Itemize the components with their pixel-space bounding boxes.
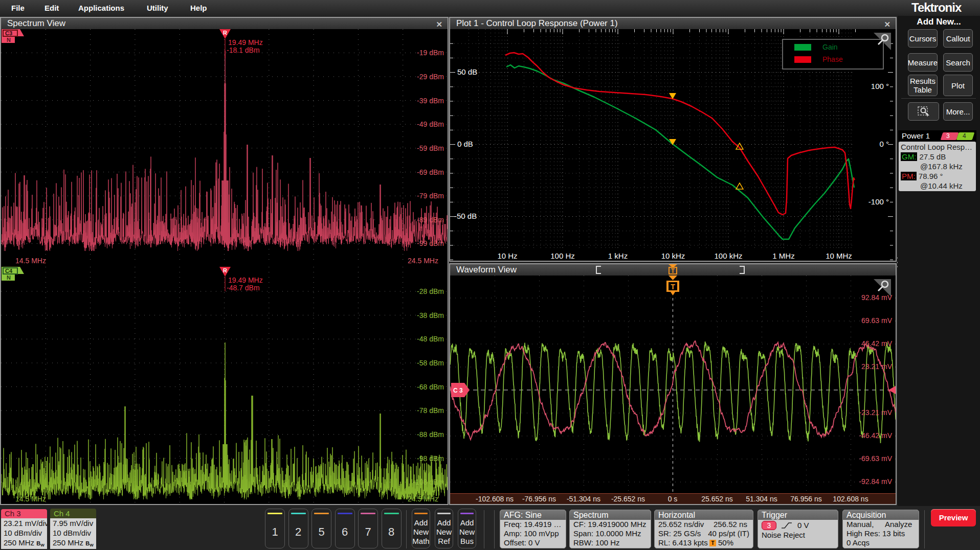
svg-text:100 °: 100 °: [871, 82, 889, 90]
svg-text:100 kHz: 100 kHz: [714, 251, 742, 260]
svg-text:-88 dBm: -88 dBm: [417, 430, 444, 439]
svg-text:C 3: C 3: [453, 387, 463, 394]
svg-text:Phase: Phase: [822, 55, 843, 63]
svg-text:1 kHz: 1 kHz: [608, 251, 628, 260]
svg-text:1 MHz: 1 MHz: [772, 251, 794, 260]
svg-text:-89 dBm: -89 dBm: [417, 216, 444, 224]
svg-text:-99 dBm: -99 dBm: [417, 239, 444, 247]
svg-text:T: T: [671, 267, 675, 274]
svg-text:-29 dBm: -29 dBm: [417, 73, 444, 81]
svg-text:100 Hz: 100 Hz: [550, 251, 575, 260]
svg-text:-100 °: -100 °: [868, 197, 889, 206]
svg-text:19.49 MHz: 19.49 MHz: [228, 38, 263, 47]
svg-text:-50 dB: -50 dB: [454, 212, 477, 220]
svg-text:-108 dBm: -108 dBm: [413, 478, 444, 486]
svg-text:10 MHz: 10 MHz: [826, 251, 852, 260]
svg-text:T: T: [671, 283, 675, 291]
svg-text:24.5 MHz: 24.5 MHz: [408, 495, 438, 503]
svg-text:92.84 mV: 92.84 mV: [861, 293, 893, 302]
svg-text:-46.42 mV: -46.42 mV: [859, 431, 892, 440]
svg-text:-69 dBm: -69 dBm: [417, 168, 444, 176]
svg-text:19.49 MHz: 19.49 MHz: [228, 276, 263, 284]
svg-text:-48.7 dBm: -48.7 dBm: [227, 284, 260, 292]
svg-text:-68 dBm: -68 dBm: [417, 383, 444, 391]
svg-text:10 Hz: 10 Hz: [497, 251, 517, 260]
svg-text:-39 dBm: -39 dBm: [417, 97, 444, 105]
svg-text:-23.21 mV: -23.21 mV: [859, 408, 892, 417]
svg-text:-28 dBm: -28 dBm: [417, 287, 444, 295]
svg-text:69.63 mV: 69.63 mV: [861, 316, 893, 325]
svg-text:-92.84 mV: -92.84 mV: [859, 477, 892, 486]
svg-text:N: N: [7, 37, 11, 43]
svg-text:N: N: [7, 274, 11, 281]
svg-text:-98 dBm: -98 dBm: [417, 454, 444, 463]
svg-text:-58 dBm: -58 dBm: [417, 359, 444, 367]
svg-text:46.42 mV: 46.42 mV: [861, 339, 893, 348]
svg-text:24.5 MHz: 24.5 MHz: [408, 257, 438, 265]
svg-text:-69.63 mV: -69.63 mV: [859, 454, 892, 463]
svg-text:R: R: [223, 30, 227, 36]
svg-text:0 °: 0 °: [879, 140, 889, 148]
svg-text:50 dB: 50 dB: [457, 67, 477, 76]
svg-text:14.5 MHz: 14.5 MHz: [15, 495, 46, 503]
svg-text:-38 dBm: -38 dBm: [417, 311, 444, 319]
svg-text:-48 dBm: -48 dBm: [417, 335, 444, 343]
svg-text:14.5 MHz: 14.5 MHz: [15, 257, 46, 265]
svg-text:R: R: [223, 267, 227, 273]
svg-text:-78 dBm: -78 dBm: [417, 406, 444, 415]
svg-text:Gain: Gain: [822, 43, 838, 51]
svg-text:-49 dBm: -49 dBm: [417, 120, 444, 128]
svg-text:0 dB: 0 dB: [457, 140, 473, 148]
svg-text:C4: C4: [5, 268, 13, 274]
svg-text:-18.1 dBm: -18.1 dBm: [227, 46, 260, 54]
svg-text:-79 dBm: -79 dBm: [417, 192, 444, 200]
svg-text:-19 dBm: -19 dBm: [417, 49, 444, 57]
svg-text:10 kHz: 10 kHz: [661, 251, 685, 260]
svg-text:C3: C3: [5, 30, 12, 36]
svg-text:23.21 mV: 23.21 mV: [861, 362, 893, 371]
svg-text:-59 dBm: -59 dBm: [417, 144, 444, 152]
